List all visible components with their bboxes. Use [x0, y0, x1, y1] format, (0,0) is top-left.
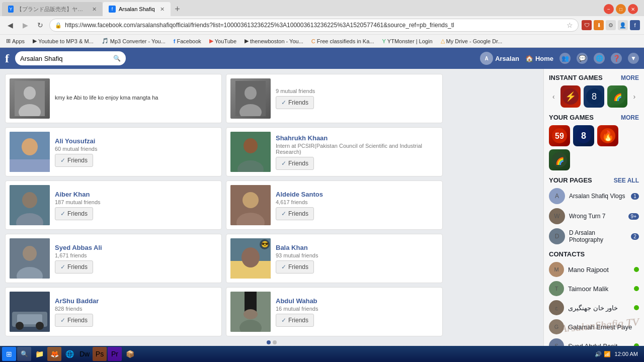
bookmark-mp3conv[interactable]: 🎵 Mp3 Converter - You...: [100, 37, 168, 45]
page-item-1[interactable]: W Wrong Turn 7 9+: [549, 208, 639, 224]
game-icon-3[interactable]: 🌈: [607, 85, 628, 108]
close-window-button[interactable]: ✕: [628, 4, 638, 14]
friend-card-3[interactable]: Aldeide Santos 4,617 friends ✓ Friends: [226, 180, 443, 230]
bookmark-apps[interactable]: ⊞ Apps: [4, 37, 27, 45]
bookmark-star[interactable]: ☆: [567, 21, 573, 29]
ytmonster-label: YTMonster | Login: [387, 38, 433, 44]
fb-search-input[interactable]: [20, 55, 110, 62]
ext-5[interactable]: f: [630, 20, 640, 30]
page-dot-1[interactable]: [267, 340, 271, 344]
fb-nav-user[interactable]: A Arsalan: [480, 52, 519, 65]
bookmark-newboston[interactable]: ▶ thenewboston - You...: [243, 37, 305, 45]
taskbar-other[interactable]: 📦: [123, 347, 137, 361]
fb-nav-home[interactable]: 🏠 Home: [525, 55, 553, 62]
check-icon-0: ✓: [60, 157, 65, 164]
taskbar-ps[interactable]: Ps: [93, 347, 107, 361]
new-tab-button[interactable]: +: [171, 2, 185, 16]
page-item-0[interactable]: A Arsalan Shafiq Vlogs 1: [549, 188, 639, 204]
ext-1[interactable]: 🛡: [582, 20, 592, 30]
forward-button[interactable]: ▶: [19, 19, 31, 31]
friend-card-0[interactable]: Ali Yousufzai 60 mutual friends ✓ Friend…: [5, 127, 222, 176]
yt-mp3-favicon: ▶: [33, 38, 37, 44]
address-bar[interactable]: 🔒 https://www.facebook.com/arsalanshafiq…: [49, 19, 579, 32]
friend-card-1[interactable]: Shahrukh Khaan Intern at PCSIR(Pakistan …: [226, 127, 443, 176]
your-game-3[interactable]: 🔥: [597, 125, 618, 146]
taskbar-file-explorer[interactable]: 📁: [32, 347, 46, 361]
contact-item-0[interactable]: M Mano Rajpoot: [549, 262, 639, 277]
fb-nav-help-icon[interactable]: ❓: [611, 53, 622, 64]
friend-card-6[interactable]: ArShu Baddar 828 friends ✓ Friends: [5, 287, 222, 336]
bookmark-facebook[interactable]: f Facebook: [172, 37, 203, 45]
contact-item-3[interactable]: G Galamah Ernest Paye: [549, 319, 639, 334]
svg-point-32: [244, 309, 258, 319]
instant-games-more[interactable]: MORE: [621, 74, 639, 81]
ext-4[interactable]: 👤: [618, 20, 628, 30]
sidebar: INSTANT GAMES MORE ‹ ⚡ 8 🌈 ›: [543, 69, 644, 362]
bookmark-gdrive[interactable]: △ My Drive - Google Dr...: [439, 37, 505, 45]
tab-1[interactable]: Y 【ブランド品販売売】ヤフオク！・... ✕: [2, 2, 103, 16]
tab2-close[interactable]: ✕: [160, 6, 165, 13]
your-game-4[interactable]: 🌈: [549, 149, 570, 170]
fb-nav-friends-icon[interactable]: 👥: [559, 53, 571, 64]
your-games-more[interactable]: MORE: [621, 114, 639, 121]
contact-item-1[interactable]: T Taimoor Malik: [549, 281, 639, 296]
contact-avatar-0: M: [549, 262, 564, 277]
taskbar-firefox[interactable]: 🦊: [47, 347, 61, 361]
friend-btn-3[interactable]: ✓ Friends: [276, 207, 314, 220]
friend-meta-6: 828 friends: [55, 306, 217, 312]
fb-nav-messages-icon[interactable]: 💬: [577, 53, 588, 64]
ext-2[interactable]: ⬇: [594, 20, 604, 30]
carousel-left-arrow[interactable]: ‹: [549, 92, 558, 102]
friend-btn-4[interactable]: ✓ Friends: [55, 260, 93, 274]
gdrive-favicon: △: [441, 38, 445, 44]
page-item-2[interactable]: D D Arsalan Photography 2: [549, 228, 639, 244]
friend-btn-7[interactable]: ✓ Friends: [276, 314, 314, 327]
your-game-1[interactable]: 59: [549, 125, 570, 146]
friend-btn-2[interactable]: ✓ Friends: [55, 207, 93, 220]
refresh-button[interactable]: ↻: [34, 19, 46, 31]
friend-card-partial-left[interactable]: kmy ke Abi to life ko enjoy kma mangta h…: [5, 74, 222, 123]
contact-item-2[interactable]: خ خاور خان جهنگیری: [549, 300, 639, 315]
fb-nav-globe-icon[interactable]: 🌐: [594, 53, 605, 64]
friend-card-7[interactable]: Abdul Wahab 16 mutual friends ✓ Friends: [226, 287, 443, 336]
taskbar-dw[interactable]: Dw: [77, 347, 92, 361]
friend-card-5[interactable]: 😎 Bala Khan 93 mutual friends ✓ Friends: [226, 234, 443, 283]
friend-card-4[interactable]: Syed Abbas Ali 1,671 friends ✓ Friends: [5, 234, 222, 283]
friend-btn-1[interactable]: ✓ Friends: [276, 157, 314, 170]
friend-btn-5[interactable]: ✓ Friends: [276, 260, 314, 274]
check-icon-5: ✓: [281, 263, 286, 270]
fb-logo: f: [5, 52, 9, 65]
your-game-2[interactable]: 8: [573, 125, 594, 146]
minimize-button[interactable]: −: [604, 4, 614, 14]
bookmark-classifieds[interactable]: C Free classifieds in Ka...: [309, 37, 376, 45]
taskbar-pr[interactable]: Pr: [108, 347, 122, 361]
ext-3[interactable]: ⚙: [606, 20, 616, 30]
taskbar-cortana[interactable]: 🔍: [17, 347, 31, 361]
your-pages-see-all[interactable]: SEE ALL: [614, 177, 639, 184]
page-dot-2[interactable]: [273, 340, 277, 344]
start-button[interactable]: ⊞: [2, 347, 16, 361]
fb-nav-dropdown-icon[interactable]: ▼: [628, 53, 639, 64]
svg-point-20: [23, 246, 37, 261]
bookmark-ytmonster[interactable]: Y YTMonster | Login: [380, 37, 435, 45]
friend-card-2[interactable]: Aiber Khan 187 mutual friends ✓ Friends: [5, 180, 222, 230]
tab1-close[interactable]: ✕: [92, 6, 97, 13]
svg-text:8: 8: [591, 92, 596, 102]
tab-2[interactable]: f Arsalan Shafiq ✕: [103, 2, 171, 16]
maximize-button[interactable]: □: [616, 4, 626, 14]
fb-search-bar[interactable]: 🔍: [15, 51, 126, 65]
friend-card-partial-right[interactable]: 9 mutual friends ✓ Friends: [226, 74, 443, 123]
friend-name-0: Ali Yousufzai: [55, 137, 217, 145]
carousel-right-arrow[interactable]: ›: [629, 92, 639, 102]
bookmark-youtube[interactable]: ▶ YouTube: [207, 37, 238, 45]
friend-btn-6[interactable]: ✓ Friends: [55, 314, 93, 327]
friend-btn-0[interactable]: ✓ Friends: [55, 154, 93, 167]
bookmark-yt-mp3[interactable]: ▶ Youtube to MP3 & M...: [31, 37, 96, 45]
svg-point-28: [16, 322, 24, 330]
game-icon-2[interactable]: 8: [584, 85, 604, 108]
back-button[interactable]: ◀: [4, 19, 16, 31]
friend-btn-partial-right[interactable]: ✓ Friends: [276, 96, 314, 109]
friend-meta-7: 16 mutual friends: [276, 306, 438, 312]
game-icon-1[interactable]: ⚡: [560, 85, 581, 108]
taskbar-chrome[interactable]: 🌐: [62, 347, 76, 361]
